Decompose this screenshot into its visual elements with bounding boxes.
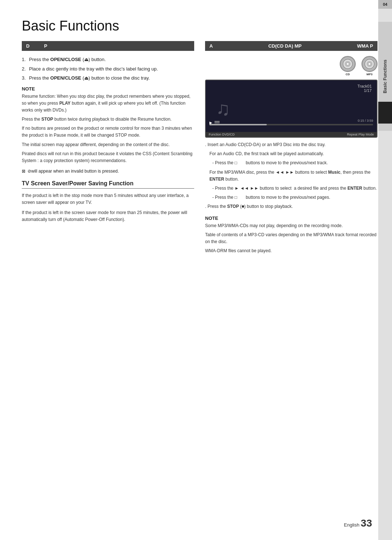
note-para-3: If no buttons are pressed on the product… — [22, 125, 194, 139]
menu-line-2 — [215, 122, 220, 123]
play-controls-row: ▶ — [209, 121, 220, 125]
svg-point-2 — [347, 63, 349, 65]
right-body: . Insert an Audio CD(CD-DA) or an MP3 Di… — [205, 141, 377, 210]
cd-label: CD — [340, 73, 356, 76]
page-container: 04 Basic Functions Basic Functions D P 1… — [0, 0, 392, 540]
track-name: Track01 — [358, 84, 372, 88]
subsection-para-2: If the product is left in the screen sav… — [22, 209, 194, 223]
right-column: A CD(CD DA) MP WMA P CD — [205, 41, 377, 258]
side-tab: 04 Basic Functions — [378, 0, 392, 540]
player-bottom-bar: Function DVD/CD Repeat Play Mode — [206, 132, 377, 137]
menu-line-1 — [215, 121, 220, 122]
mp3-disc-icon — [362, 56, 377, 72]
right-note-title: NOTE — [205, 215, 377, 221]
chapter-label-text: Basic Functions — [383, 60, 388, 93]
side-tab-accent — [378, 102, 392, 124]
left-section-header: D P — [22, 41, 194, 51]
right-para-2: For an Audio CD, the first track will be… — [209, 150, 377, 157]
right-note-para-1: Some MP3/WMA-CDs may not play, depending… — [205, 222, 377, 229]
symbol-note: ⊠ ⊘will appear when an invalid button is… — [22, 169, 194, 174]
step-3-num: 3. — [22, 74, 27, 82]
right-header-col2: CD(CD DA) MP — [268, 43, 302, 49]
subsection-heading: TV Screen Saver/Power Saving Function — [22, 180, 194, 189]
step-3-text: Press the OPEN/CLOSE (⏏) button to close… — [29, 74, 150, 82]
note-para-2: Press the STOP button twice during playb… — [22, 116, 194, 123]
chapter-number: 04 — [378, 0, 392, 9]
page-number-value: 33 — [361, 517, 372, 529]
track-num: 1/17 — [358, 88, 372, 93]
left-note-title: NOTE — [22, 86, 194, 92]
steps-list: 1. Press the OPEN/CLOSE (⏏) button. 2. P… — [22, 56, 194, 82]
time-display: 0:15 / 3:59 — [358, 119, 373, 122]
step-2-text: Place a disc gently into the tray with t… — [29, 65, 158, 73]
right-note-text: Some MP3/WMA-CDs may not play, depending… — [205, 222, 377, 255]
symbol-icon: ⊠ — [22, 169, 25, 174]
disc-icon-area: CD MP3 — [205, 56, 377, 76]
right-para-4: For the MP3/WMA disc, press the ◄◄ ►► bu… — [209, 169, 377, 183]
step-1-num: 1. — [22, 56, 27, 63]
left-note-text: Resume function: When you stop disc play… — [22, 93, 194, 165]
right-section-header: A CD(CD DA) MP WMA P — [205, 41, 377, 51]
right-para-1: . Insert an Audio CD(CD-DA) or an MP3 Di… — [205, 141, 377, 148]
step-1: 1. Press the OPEN/CLOSE (⏏) button. — [22, 56, 194, 63]
menu-lines-icon — [215, 121, 220, 125]
two-column-layout: D P 1. Press the OPEN/CLOSE (⏏) button. … — [22, 41, 377, 258]
note-para-4: The initial screen may appear different,… — [22, 141, 194, 148]
note-para-5: Pirated discs will not run in this produ… — [22, 150, 194, 164]
right-note-para-2: Table of contents of a MP3-CD varies dep… — [205, 231, 377, 245]
left-note-block: NOTE Resume function: When you stop disc… — [22, 86, 194, 165]
player-screen: ♫ Track01 1/17 0:15 / 3:59 ▶ — [205, 80, 377, 138]
right-note-block: NOTE Some MP3/WMA-CDs may not play, depe… — [205, 215, 377, 255]
page-title: Basic Functions — [22, 18, 370, 34]
symbol-text: ⊘will appear when an invalid button is p… — [28, 169, 119, 174]
page-number-prefix: English — [344, 522, 360, 528]
right-para-3: - Press the □ buttons to move to the pre… — [212, 160, 377, 166]
right-header-col3: WMA P — [357, 43, 373, 49]
cd-disc-svg — [343, 59, 353, 69]
right-note-para-3: WMA-DRM files cannot be played. — [205, 247, 377, 254]
progress-bar: 0:15 / 3:59 — [209, 124, 373, 125]
progress-area: 0:15 / 3:59 — [209, 124, 373, 125]
right-para-5: - Press the ► ◄◄ ►► buttons to select a … — [212, 185, 377, 192]
menu-line-3 — [215, 124, 220, 125]
cd-disc-container: CD — [340, 56, 356, 76]
mp3-disc-container: MP3 — [362, 56, 377, 76]
mp3-label: MP3 — [362, 73, 377, 76]
step-2: 2. Place a disc gently into the tray wit… — [22, 65, 194, 73]
svg-point-5 — [368, 63, 371, 65]
left-header-col1: D — [26, 43, 29, 49]
step-3: 3. Press the OPEN/CLOSE (⏏) button to cl… — [22, 74, 194, 82]
page-number-area: English 33 — [344, 517, 372, 529]
right-header-col1: A — [209, 43, 213, 49]
music-note-icon: ♫ — [216, 98, 230, 120]
track-info: Track01 1/17 — [358, 84, 372, 93]
step-2-num: 2. — [22, 65, 27, 73]
repeat-label: Repeat Play Mode — [347, 133, 374, 136]
left-header-col2: P — [44, 43, 47, 49]
right-para-7: . Press the STOP (■) button to stop play… — [205, 203, 377, 210]
step-1-text: Press the OPEN/CLOSE (⏏) button. — [29, 56, 106, 63]
mp3-disc-svg — [364, 59, 375, 69]
right-para-6: - Press the □ buttons to move to the pre… — [212, 194, 377, 201]
function-label: Function DVD/CD — [209, 133, 235, 136]
subsection-para-1: If the product is left in the stop mode … — [22, 192, 194, 206]
cd-disc-icon — [340, 56, 356, 72]
play-icon: ▶ — [209, 121, 212, 125]
left-column: D P 1. Press the OPEN/CLOSE (⏏) button. … — [22, 41, 194, 258]
note-para-1: Resume function: When you stop disc play… — [22, 93, 194, 114]
